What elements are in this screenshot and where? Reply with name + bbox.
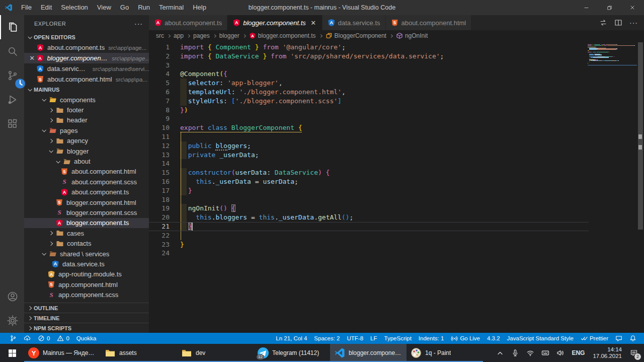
status-encoding[interactable]: UTF-8 bbox=[344, 333, 367, 344]
editor-scrollbar[interactable] bbox=[637, 41, 644, 333]
code-editor[interactable]: 1 import { Component } from '@angular/co… bbox=[149, 41, 644, 333]
tree-item-blogger.component.html[interactable]: 5 blogger.component.html bbox=[24, 197, 149, 207]
taskbar-assets-folder[interactable]: assets bbox=[101, 344, 177, 362]
tree-item-blogger[interactable]: blogger bbox=[24, 146, 149, 156]
status-language-mode[interactable]: TypeScript bbox=[381, 333, 415, 344]
tray-microphone[interactable] bbox=[508, 344, 523, 362]
tree-item-pages[interactable]: pages bbox=[24, 125, 149, 135]
tree-item-footer[interactable]: footer bbox=[24, 105, 149, 115]
status-prettier[interactable]: Prettier bbox=[577, 333, 612, 344]
menu-view[interactable]: View bbox=[93, 0, 116, 15]
tree-item-blogger.component.scss[interactable]: S blogger.component.scss bbox=[24, 207, 149, 218]
menu-go[interactable]: Go bbox=[116, 0, 133, 15]
tree-item-about.component.scss[interactable]: S about.component.scss bbox=[24, 177, 149, 187]
open-editor-about.component.ts[interactable]: A about.component.ts src\app\page... bbox=[24, 42, 149, 53]
split-editor-icon[interactable] bbox=[614, 19, 622, 27]
menu-selection[interactable]: Selection bbox=[56, 0, 92, 15]
status-indents[interactable]: Indents: 1 bbox=[415, 333, 448, 344]
status-eol[interactable]: LF bbox=[367, 333, 380, 344]
minimize-button[interactable] bbox=[575, 0, 598, 15]
taskbar-vscode[interactable]: blogger.componen... bbox=[330, 344, 407, 362]
status-warnings[interactable]: 0 bbox=[53, 333, 72, 344]
menu-help[interactable]: Help bbox=[188, 0, 211, 15]
start-button[interactable] bbox=[0, 344, 24, 362]
tray-volume[interactable] bbox=[553, 344, 568, 362]
activity-accounts[interactable] bbox=[0, 284, 24, 309]
taskbar-telegram[interactable]: 12 Telegram (11412) bbox=[254, 344, 330, 362]
breadcrumb-bloggercomponent[interactable]: BloggerComponent bbox=[326, 32, 386, 39]
close-icon[interactable]: ✕ bbox=[28, 54, 36, 62]
open-editor-data.service.ts[interactable]: A data.service.ts src\app\shared\servi..… bbox=[24, 63, 149, 74]
workspace-header[interactable]: MAINRUS bbox=[24, 85, 149, 95]
status-go-live[interactable]: Go Live bbox=[447, 333, 484, 344]
tray-language[interactable]: ENG bbox=[568, 344, 588, 362]
tree-item-agency[interactable]: agency bbox=[24, 136, 149, 146]
sidebar-more-actions-icon[interactable]: ··· bbox=[134, 20, 143, 28]
tree-item-data.service.ts[interactable]: A data.service.ts bbox=[24, 259, 149, 269]
status-cursor-position[interactable]: Ln 21, Col 4 bbox=[272, 333, 310, 344]
breadcrumb-src[interactable]: src bbox=[156, 32, 164, 39]
section-npm-scripts[interactable]: NPM SCRIPTS bbox=[24, 323, 149, 333]
activity-run-debug[interactable] bbox=[0, 88, 24, 112]
breadcrumb-app[interactable]: app bbox=[174, 32, 184, 39]
tree-item-app.component.html[interactable]: 5 app.component.html bbox=[24, 279, 149, 289]
status-js-standard-style[interactable]: JavaScript Standard Style bbox=[504, 333, 577, 344]
tab-blogger.component.ts[interactable]: A blogger.component.ts ✕ bbox=[227, 15, 322, 30]
close-button[interactable] bbox=[621, 0, 644, 15]
close-icon[interactable]: ✕ bbox=[310, 19, 317, 27]
tree-item-about[interactable]: about bbox=[24, 156, 149, 166]
status-git-branch[interactable] bbox=[6, 333, 20, 344]
activity-settings[interactable] bbox=[0, 309, 24, 333]
menu-file[interactable]: File bbox=[17, 0, 36, 15]
menu-edit[interactable]: Edit bbox=[36, 0, 56, 15]
taskbar-dev-folder[interactable]: dev bbox=[177, 344, 254, 362]
tray-input-indicator[interactable] bbox=[538, 344, 553, 362]
breadcrumb-blogger.component.ts[interactable]: Ablogger.component.ts bbox=[249, 32, 316, 39]
status-version[interactable]: 4.3.2 bbox=[484, 333, 504, 344]
minimap[interactable] bbox=[588, 44, 637, 65]
tab-about.component.ts[interactable]: A about.component.ts bbox=[149, 15, 227, 30]
menu-run[interactable]: Run bbox=[133, 0, 154, 15]
activity-search[interactable] bbox=[0, 39, 24, 63]
activity-source-control[interactable] bbox=[0, 63, 24, 88]
activity-extensions[interactable] bbox=[0, 112, 24, 136]
tree-item-cases[interactable]: cases bbox=[24, 228, 149, 238]
breadcrumb-pages[interactable]: pages bbox=[193, 32, 210, 39]
tree-item-app-routing.module.ts[interactable]: A app-routing.module.ts bbox=[24, 269, 149, 279]
status-errors[interactable]: 0 bbox=[34, 333, 53, 344]
sass-icon: S bbox=[60, 178, 68, 186]
tree-item-shared-services[interactable]: shared \ services bbox=[24, 249, 149, 259]
breadcrumb-ngoninit[interactable]: ngOnInit bbox=[396, 32, 428, 39]
open-changes-icon[interactable] bbox=[599, 19, 607, 27]
open-editor-blogger.component.ts[interactable]: ✕ A blogger.component.ts src\app\page... bbox=[24, 53, 149, 63]
tab-about.component.html[interactable]: 5 about.component.html bbox=[386, 15, 471, 30]
taskbar-paint[interactable]: 1q - Paint bbox=[407, 344, 483, 362]
tray-clock[interactable]: 14:14 17.06.2021 bbox=[588, 346, 626, 359]
tree-item-header[interactable]: header bbox=[24, 115, 149, 125]
tree-item-blogger.component.ts[interactable]: A blogger.component.ts bbox=[24, 218, 149, 228]
status-sync-publish[interactable] bbox=[20, 333, 34, 344]
taskbar-yandex-browser[interactable]: Y Mainrus — Яндекс.... bbox=[24, 344, 101, 362]
section-timeline[interactable]: TIMELINE bbox=[24, 313, 149, 323]
tray-hidden-icons[interactable] bbox=[493, 344, 508, 362]
breadcrumb-blogger[interactable]: blogger bbox=[219, 32, 239, 39]
tray-network[interactable] bbox=[523, 344, 538, 362]
menu-terminal[interactable]: Terminal bbox=[154, 0, 188, 15]
tree-item-about.component.html[interactable]: 5 about.component.html bbox=[24, 167, 149, 177]
tree-item-components[interactable]: components bbox=[24, 95, 149, 105]
tray-action-center[interactable]: 2 bbox=[626, 344, 642, 362]
section-outline[interactable]: OUTLINE bbox=[24, 303, 149, 313]
status-notifications[interactable] bbox=[626, 333, 640, 344]
status-indentation[interactable]: Spaces: 2 bbox=[310, 333, 343, 344]
open-editors-header[interactable]: OPEN EDITORS bbox=[24, 32, 149, 42]
more-actions-icon[interactable]: ··· bbox=[629, 19, 638, 27]
status-feedback[interactable] bbox=[612, 333, 626, 344]
tree-item-about.component.ts[interactable]: A about.component.ts bbox=[24, 187, 149, 197]
tab-data.service.ts[interactable]: A data.service.ts bbox=[323, 15, 385, 30]
open-editor-about.component.html[interactable]: 5 about.component.html src\app\pa... bbox=[24, 74, 149, 85]
activity-explorer[interactable] bbox=[0, 15, 24, 39]
tree-item-app.component.scss[interactable]: S app.component.scss bbox=[24, 289, 149, 300]
status-quokka[interactable]: Quokka bbox=[73, 333, 100, 344]
tree-item-contacts[interactable]: contacts bbox=[24, 238, 149, 248]
restore-button[interactable] bbox=[598, 0, 621, 15]
